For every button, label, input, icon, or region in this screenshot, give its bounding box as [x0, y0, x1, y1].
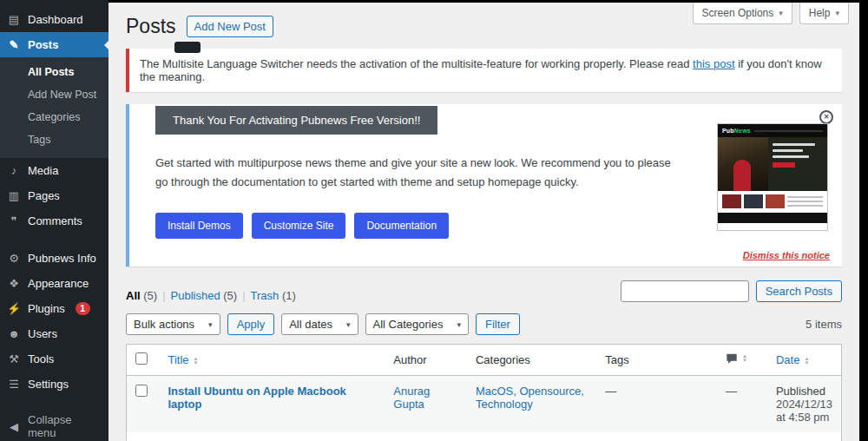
post-title-link[interactable]: Install Ubuntu on Apple Macbook laptop	[168, 385, 345, 411]
install-demos-button[interactable]: Install Demos	[155, 213, 243, 239]
theme-preview-image: PubNews	[717, 123, 828, 231]
welcome-panel-actions: Install Demos Customize Site Documentati…	[155, 213, 686, 239]
screen-options-label: Screen Options	[702, 7, 774, 19]
sidebar-item-posts[interactable]: ✎ Posts	[0, 32, 108, 57]
apply-button[interactable]: Apply	[227, 313, 275, 335]
screen-options-button[interactable]: Screen Options ▾	[693, 3, 792, 24]
sort-indicator: ▲▼	[194, 357, 199, 365]
sidebar-item-label: Settings	[28, 378, 69, 391]
submenu-item-add-new-post[interactable]: Add New Post	[0, 83, 108, 106]
sidebar-item-appearance[interactable]: ❖ Appearance	[0, 271, 108, 296]
column-header-comments[interactable]: ▲▼	[717, 345, 767, 376]
categories-links[interactable]: MacOS, Opensource, Technology	[476, 385, 584, 411]
date-cell: Published 2024/12/13 at 4:58 pm	[767, 376, 842, 433]
bulk-actions-select[interactable]: Bulk actions ▾	[126, 313, 220, 335]
search-box: Search Posts	[621, 280, 842, 302]
table-toolbar: Bulk actions ▾ Apply All dates ▾ All Cat…	[126, 313, 842, 335]
chevron-down-icon: ▾	[779, 9, 783, 17]
select-all-checkbox[interactable]	[135, 352, 148, 365]
admin-content-area: Screen Options ▾ Help ▾ Posts Add New Po…	[108, 3, 859, 441]
posts-icon: ✎	[7, 38, 21, 51]
this-post-link[interactable]: this post	[693, 57, 734, 70]
screen-meta-links: Screen Options ▾ Help ▾	[693, 3, 849, 24]
column-header-tags: Tags	[596, 345, 717, 376]
column-header-author: Author	[385, 345, 467, 376]
help-label: Help	[809, 7, 831, 19]
author-link[interactable]: Anurag Gupta	[393, 385, 430, 411]
sidebar-item-pages[interactable]: ▥ Pages	[0, 183, 108, 208]
filter-trash[interactable]: Trash (1)	[251, 289, 296, 302]
comments-cell: —	[717, 432, 767, 441]
dashboard-icon: ▤	[7, 13, 21, 26]
pubnews-welcome-panel: Thank You For Activating Pubnews Free Ve…	[126, 104, 842, 267]
welcome-panel-title: Thank You For Activating Pubnews Free Ve…	[155, 106, 437, 135]
column-header-categories: Categories	[467, 345, 596, 376]
sidebar-item-label: Media	[28, 164, 58, 177]
sidebar-item-media[interactable]: ♪ Media	[0, 158, 108, 183]
sidebar-item-users[interactable]: ☻ Users	[0, 321, 108, 346]
sidebar-item-plugins[interactable]: ⚡ Plugins 1	[0, 296, 108, 321]
posts-submenu: All Posts Add New Post Categories Tags	[0, 57, 108, 158]
filter-published[interactable]: Published (5)	[171, 289, 238, 302]
multisite-notice: The Multisite Language Switcher needs th…	[126, 49, 842, 92]
preview-articles	[718, 191, 827, 211]
dark-tooltip-remnant	[174, 42, 201, 53]
tags-cell: —	[596, 376, 717, 433]
all-categories-select[interactable]: All Categories ▾	[365, 313, 469, 335]
sidebar-item-comments[interactable]: ❞ Comments	[0, 208, 108, 234]
close-icon[interactable]: ✕	[819, 110, 833, 124]
column-header-date[interactable]: Date▲▼	[767, 345, 842, 376]
sidebar-item-label: Posts	[28, 38, 58, 51]
sort-indicator: ▲▼	[804, 357, 809, 365]
submenu-item-categories[interactable]: Categories	[0, 106, 108, 128]
collapse-menu-label: Collapse menu	[28, 413, 102, 439]
welcome-panel-body: Get started with multipurpose news theme…	[155, 154, 686, 192]
collapse-menu-button[interactable]: ◀ Collapse menu	[0, 407, 108, 441]
dismiss-notice-link[interactable]: Dismiss this notice	[743, 250, 830, 260]
plugin-icon: ⚡	[7, 302, 21, 315]
sidebar-item-settings[interactable]: ☰ Settings	[0, 372, 108, 397]
menu-separator	[0, 234, 108, 246]
post-status-filters: All (5) | Published (5) | Trash (1)	[126, 289, 296, 302]
search-posts-input[interactable]	[621, 280, 749, 302]
filter-separator: |	[162, 289, 165, 302]
comments-icon: ❞	[7, 214, 21, 227]
column-header-title[interactable]: Title▲▼	[159, 345, 385, 376]
add-new-post-button[interactable]: Add New Post	[187, 16, 273, 37]
submenu-item-tags[interactable]: Tags	[0, 128, 108, 151]
search-posts-button[interactable]: Search Posts	[756, 280, 842, 302]
preview-brand-logo: PubNews	[722, 128, 751, 134]
preview-hero-text	[768, 137, 827, 191]
collapse-icon: ◀	[7, 420, 21, 433]
sidebar-item-pubnews-info[interactable]: ⚙ Pubnews Info	[0, 246, 108, 271]
table-header-row: Title▲▼ Author Categories Tags ▲▼ Date▲▼	[127, 345, 842, 376]
sidebar-item-dashboard[interactable]: ▤ Dashboard	[0, 7, 108, 32]
help-button[interactable]: Help ▾	[799, 3, 849, 24]
preview-footer	[718, 213, 827, 223]
sidebar-item-label: Comments	[28, 214, 82, 227]
chevron-down-icon: ▾	[457, 320, 462, 329]
submenu-item-all-posts[interactable]: All Posts	[0, 61, 108, 83]
filter-separator: |	[242, 289, 245, 302]
date-cell: Published 2024/12/12 at 10:27 am	[767, 432, 842, 441]
items-count: 5 items	[806, 318, 842, 331]
preview-hero	[718, 137, 827, 191]
documentation-button[interactable]: Documentation	[354, 213, 449, 239]
admin-sidebar: ▤ Dashboard ✎ Posts All Posts Add New Po…	[0, 0, 108, 441]
filter-all[interactable]: All (5)	[126, 289, 157, 302]
preview-thumb	[766, 194, 785, 208]
sort-indicator: ▲▼	[742, 354, 747, 363]
customize-site-button[interactable]: Customize Site	[252, 213, 346, 239]
filter-button[interactable]: Filter	[476, 313, 520, 335]
notice-text: The Multisite Language Switcher needs th…	[140, 57, 689, 70]
sidebar-item-tools[interactable]: ⚒ Tools	[0, 346, 108, 372]
media-icon: ♪	[7, 164, 21, 177]
preview-thumb	[744, 194, 763, 208]
all-dates-select[interactable]: All dates ▾	[281, 313, 358, 335]
sidebar-item-label: Dashboard	[28, 13, 83, 26]
preview-article-text	[787, 194, 823, 209]
user-icon: ☻	[7, 327, 21, 340]
comments-cell: —	[717, 376, 767, 433]
posts-table: Title▲▼ Author Categories Tags ▲▼ Date▲▼	[126, 344, 842, 441]
row-checkbox[interactable]	[135, 385, 148, 397]
